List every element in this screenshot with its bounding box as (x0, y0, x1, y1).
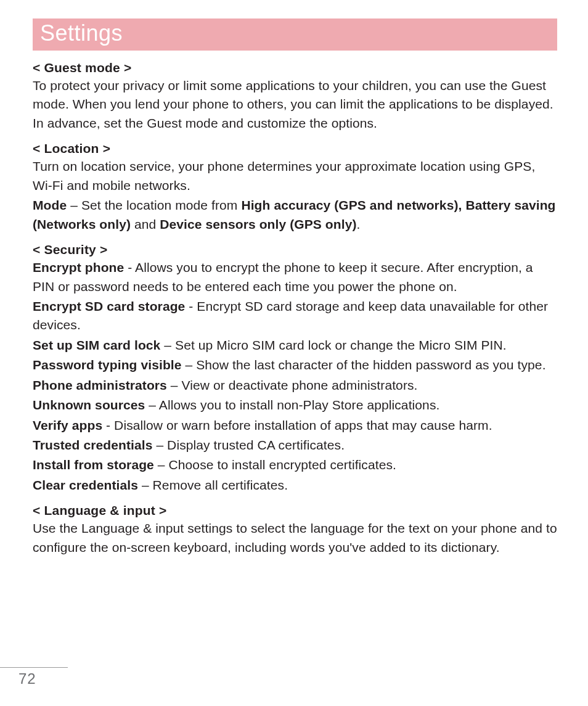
lang-body: Use the Language & input settings to sel… (33, 519, 557, 557)
location-mode-and: and (131, 217, 160, 231)
security-term-0: Encrypt phone (33, 260, 124, 274)
location-mode-opt2: Device sensors only (GPS only) (160, 217, 356, 231)
security-desc-7: – Display trusted CA certificates. (152, 438, 345, 452)
location-mode-label: Mode (33, 198, 67, 212)
security-item-9: Clear credentials – Remove all certifica… (33, 476, 557, 495)
security-desc-2: – Set up Micro SIM card lock or change t… (160, 338, 506, 352)
security-term-2: Set up SIM card lock (33, 338, 160, 352)
security-item-1: Encrypt SD card storage - Encrypt SD car… (33, 297, 557, 335)
security-desc-9: – Remove all certificates. (138, 478, 288, 492)
security-desc-3: – Show the last character of the hidden … (182, 358, 546, 372)
security-item-3: Password typing visible – Show the last … (33, 356, 557, 374)
section-head-guest: < Guest mode > (33, 60, 557, 75)
page-number: 72 (18, 670, 36, 687)
guest-body: To protect your privacy or limit some ap… (33, 76, 557, 133)
location-body1: Turn on location service, your phone det… (33, 157, 557, 195)
section-head-location: < Location > (33, 141, 557, 156)
manual-page: Settings < Guest mode > To protect your … (0, 0, 588, 706)
security-item-4: Phone administrators – View or deactivat… (33, 376, 557, 395)
section-head-security: < Security > (33, 242, 557, 257)
page-footer: 72 (0, 667, 588, 688)
location-mode-end: . (357, 217, 361, 231)
security-item-6: Verify apps - Disallow or warn before in… (33, 416, 557, 435)
security-item-2: Set up SIM card lock – Set up Micro SIM … (33, 336, 557, 355)
security-desc-6: - Disallow or warn before installation o… (102, 418, 492, 432)
security-desc-4: – View or deactivate phone administrator… (167, 378, 418, 392)
security-term-5: Unknown sources (33, 398, 145, 412)
security-desc-8: – Choose to install encrypted certificat… (154, 458, 396, 472)
security-term-4: Phone administrators (33, 378, 167, 392)
security-item-7: Trusted credentials – Display trusted CA… (33, 436, 557, 454)
security-item-5: Unknown sources – Allows you to install … (33, 396, 557, 414)
page-title-bar: Settings (33, 18, 557, 51)
page-title: Settings (40, 20, 123, 46)
security-term-1: Encrypt SD card storage (33, 299, 185, 313)
security-term-6: Verify apps (33, 418, 102, 432)
location-mode-line: Mode – Set the location mode from High a… (33, 196, 557, 234)
security-term-8: Install from storage (33, 458, 154, 472)
security-item-0: Encrypt phone - Allows you to encrypt th… (33, 258, 557, 296)
section-head-lang: < Language & input > (33, 503, 557, 518)
location-mode-sep: – Set the location mode from (67, 198, 241, 212)
security-term-7: Trusted credentials (33, 438, 152, 452)
security-desc-5: – Allows you to install non-Play Store a… (145, 398, 439, 412)
security-term-9: Clear credentials (33, 478, 138, 492)
footer-rule (0, 667, 68, 668)
security-term-3: Password typing visible (33, 358, 182, 372)
security-item-8: Install from storage – Choose to install… (33, 456, 557, 474)
